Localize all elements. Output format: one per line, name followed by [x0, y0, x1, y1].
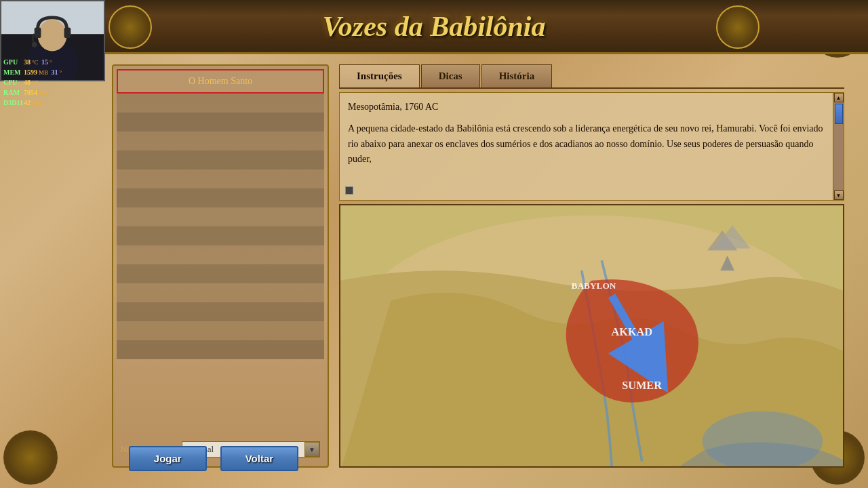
- list-item[interactable]: [117, 207, 324, 226]
- gpu-label: GPU: [3, 58, 22, 67]
- right-panel: Instruções Dicas História Mesopotâmia, 1…: [339, 64, 844, 468]
- info-text-area: Mesopotâmia, 1760 AC A pequena cidade-es…: [348, 100, 835, 167]
- list-item[interactable]: [117, 94, 324, 113]
- tab-dicas[interactable]: Dicas: [421, 64, 480, 87]
- gpu-unit: °C: [32, 58, 39, 67]
- mem-unit: MB: [39, 68, 48, 77]
- stat-cpu: CPU 48 °C: [3, 78, 62, 87]
- svg-text:SUMER: SUMER: [622, 379, 662, 392]
- mem-value: 1599: [24, 68, 37, 77]
- scroll-up-btn[interactable]: ▲: [834, 93, 844, 102]
- scroll-thumb[interactable]: [835, 104, 843, 124]
- mission-list: O Homem Santo: [117, 69, 324, 433]
- ram-unit: MB: [39, 89, 48, 98]
- map-svg: BABYLON AKKAD SUMER: [340, 205, 843, 466]
- gpu-value: 38: [24, 58, 31, 67]
- list-item[interactable]: [117, 150, 324, 169]
- hud-stats: GPU 38 °C 15 ° MEM 1599 MB 31 ° CPU 48 °…: [3, 58, 62, 108]
- corner-ornament-bl: [3, 430, 58, 485]
- title-bar: Vozes da Babilônia: [0, 0, 868, 54]
- cpu-label: CPU: [3, 78, 22, 87]
- tab-historia[interactable]: História: [481, 64, 553, 87]
- ram-value: 7054: [24, 88, 37, 98]
- page-title: Vozes da Babilônia: [322, 10, 545, 43]
- list-item[interactable]: [117, 340, 324, 359]
- stat-ram: RAM 7054 MB: [3, 88, 62, 98]
- back-button[interactable]: Voltar: [220, 446, 298, 471]
- info-content: Mesopotâmia, 1760 AC A pequena cidade-es…: [339, 92, 844, 201]
- mem-unit2: °: [60, 68, 62, 77]
- gpu-value2: 15: [40, 58, 49, 67]
- d3d-value: 42: [24, 98, 31, 108]
- mission-name-selected: O Homem Santo: [125, 76, 316, 87]
- stat-gpu: GPU 38 °C 15 °: [3, 58, 62, 67]
- list-item[interactable]: [117, 169, 324, 188]
- list-item[interactable]: [117, 283, 324, 302]
- list-item[interactable]: [117, 188, 324, 207]
- list-item[interactable]: [117, 113, 324, 131]
- list-item[interactable]: [117, 264, 324, 283]
- list-item[interactable]: [117, 131, 324, 150]
- stat-mem: MEM 1599 MB 31 °: [3, 68, 62, 77]
- scroll-down-btn[interactable]: ▼: [834, 190, 844, 200]
- ram-label: RAM: [3, 88, 22, 98]
- gpu-unit2: °: [50, 58, 52, 67]
- bottom-buttons: Jogar Voltar: [105, 446, 322, 471]
- tabs-bar: Instruções Dicas História: [339, 64, 844, 89]
- tab-instrucoes[interactable]: Instruções: [339, 64, 420, 87]
- list-item[interactable]: [117, 302, 324, 321]
- left-panel: O Homem Santo Nível de dificul... Normal…: [112, 64, 329, 468]
- play-button[interactable]: Jogar: [129, 446, 207, 471]
- svg-rect-5: [35, 28, 41, 39]
- content-title: Mesopotâmia, 1760 AC: [348, 100, 823, 115]
- list-item[interactable]: [117, 321, 324, 340]
- cpu-value: 48: [24, 78, 31, 87]
- mission-item-selected[interactable]: O Homem Santo: [117, 69, 324, 94]
- svg-text:BABYLON: BABYLON: [572, 281, 616, 291]
- stat-d3d: D3D11 42 FPS: [3, 98, 62, 108]
- map-inner: BABYLON AKKAD SUMER: [340, 205, 843, 466]
- mem-label: MEM: [3, 68, 22, 77]
- scrollbar[interactable]: ▲ ▼: [833, 93, 844, 200]
- mem-value2: 31: [50, 68, 58, 77]
- svg-text:AKKAD: AKKAD: [611, 326, 652, 339]
- map-container: BABYLON AKKAD SUMER: [339, 204, 844, 468]
- content-area: O Homem Santo Nível de dificul... Normal…: [105, 58, 851, 474]
- d3d-unit: FPS: [32, 99, 42, 108]
- cpu-unit: °C: [32, 79, 39, 87]
- svg-point-4: [38, 20, 67, 52]
- content-body: A pequena cidade-estado da Babilônia est…: [348, 121, 823, 167]
- list-item[interactable]: [117, 245, 324, 264]
- audio-indicator: [345, 186, 353, 195]
- svg-point-7: [32, 42, 37, 47]
- d3d-label: D3D11: [3, 98, 22, 108]
- list-item[interactable]: [117, 226, 324, 245]
- svg-rect-6: [64, 28, 71, 39]
